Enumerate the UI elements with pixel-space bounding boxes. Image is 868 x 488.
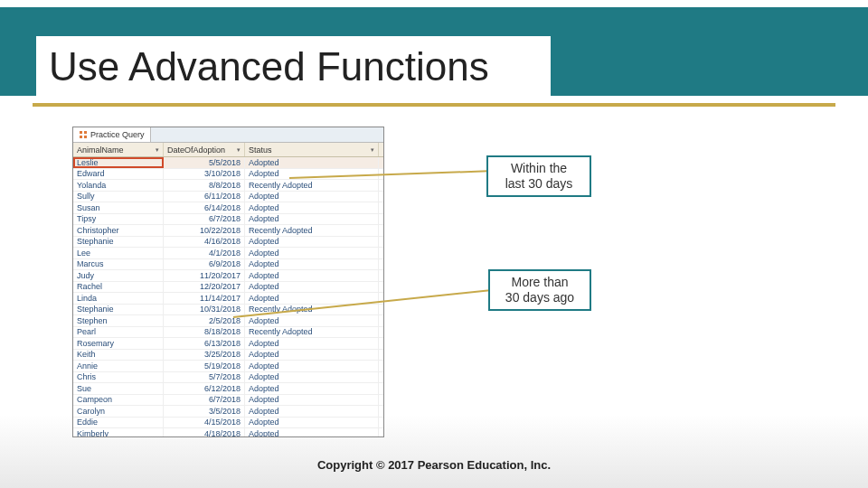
cell-name[interactable]: Tipsy: [73, 214, 164, 225]
cell-date[interactable]: 3/10/2018: [164, 169, 245, 180]
cell-name[interactable]: Stephen: [73, 315, 164, 326]
cell-name[interactable]: Linda: [73, 293, 164, 304]
cell-status[interactable]: Adopted: [245, 406, 379, 417]
table-row[interactable]: Lee4/1/2018Adopted: [73, 248, 383, 259]
table-row[interactable]: Yolanda8/8/2018Recently Adopted: [73, 180, 383, 192]
table-row[interactable]: Rachel12/20/2017Adopted: [73, 282, 383, 294]
cell-status[interactable]: Adopted: [245, 338, 379, 349]
table-row[interactable]: Eddie4/15/2018Adopted: [73, 418, 383, 429]
table-row[interactable]: Keith3/25/2018Adopted: [73, 350, 383, 361]
cell-date[interactable]: 5/7/2018: [164, 372, 245, 383]
cell-status[interactable]: Adopted: [245, 293, 379, 304]
cell-date[interactable]: 8/8/2018: [164, 180, 245, 191]
table-row[interactable]: Edward3/10/2018Adopted: [73, 169, 383, 181]
cell-status[interactable]: Adopted: [245, 372, 379, 383]
query-tab[interactable]: Practice Query: [73, 127, 151, 142]
table-row[interactable]: Sully6/11/2018Adopted: [73, 192, 383, 203]
cell-name[interactable]: Campeon: [73, 395, 164, 406]
cell-date[interactable]: 11/14/2017: [164, 293, 245, 304]
table-row[interactable]: Annie5/19/2018Adopted: [73, 361, 383, 372]
cell-status[interactable]: Recently Adopted: [245, 180, 379, 191]
cell-date[interactable]: 3/5/2018: [164, 406, 245, 417]
cell-status[interactable]: Adopted: [245, 418, 379, 428]
cell-status[interactable]: Adopted: [245, 214, 379, 225]
cell-name[interactable]: Carolyn: [73, 406, 164, 417]
cell-name[interactable]: Christopher: [73, 225, 164, 236]
cell-name[interactable]: Marcus: [73, 259, 164, 270]
cell-name[interactable]: Stephanie: [73, 237, 164, 248]
cell-date[interactable]: 6/13/2018: [164, 338, 245, 349]
cell-status[interactable]: Adopted: [245, 315, 379, 326]
cell-status[interactable]: Adopted: [245, 248, 379, 258]
cell-name[interactable]: Stephanie: [73, 305, 164, 315]
column-header-status[interactable]: Status ▾: [245, 143, 379, 156]
cell-status[interactable]: Adopted: [245, 350, 379, 361]
cell-name[interactable]: Rachel: [73, 282, 164, 293]
cell-status[interactable]: Adopted: [245, 395, 379, 406]
cell-date[interactable]: 11/20/2017: [164, 270, 245, 281]
cell-name[interactable]: Leslie: [73, 157, 164, 168]
cell-status[interactable]: Adopted: [245, 192, 379, 202]
table-row[interactable]: Stephanie4/16/2018Adopted: [73, 237, 383, 249]
table-row[interactable]: Pearl8/18/2018Recently Adopted: [73, 327, 383, 339]
table-row[interactable]: Linda11/14/2017Adopted: [73, 293, 383, 305]
table-row[interactable]: Sue6/12/2018Adopted: [73, 383, 383, 395]
cell-date[interactable]: 4/18/2018: [164, 428, 245, 437]
cell-status[interactable]: Adopted: [245, 361, 379, 371]
cell-date[interactable]: 6/14/2018: [164, 202, 245, 213]
cell-name[interactable]: Kimberly: [73, 428, 164, 437]
cell-date[interactable]: 6/11/2018: [164, 192, 245, 202]
table-row[interactable]: Susan6/14/2018Adopted: [73, 202, 383, 214]
cell-date[interactable]: 4/16/2018: [164, 237, 245, 248]
cell-status[interactable]: Recently Adopted: [245, 327, 379, 338]
table-row[interactable]: Tipsy6/7/2018Adopted: [73, 214, 383, 226]
cell-date[interactable]: 5/5/2018: [164, 157, 245, 168]
cell-status[interactable]: Adopted: [245, 383, 379, 394]
cell-status[interactable]: Recently Adopted: [245, 225, 379, 236]
table-row[interactable]: Carolyn3/5/2018Adopted: [73, 406, 383, 418]
cell-name[interactable]: Lee: [73, 248, 164, 258]
cell-name[interactable]: Keith: [73, 350, 164, 361]
cell-name[interactable]: Eddie: [73, 418, 164, 428]
cell-status[interactable]: Adopted: [245, 428, 379, 437]
cell-status[interactable]: Adopted: [245, 259, 379, 270]
cell-date[interactable]: 4/1/2018: [164, 248, 245, 258]
cell-date[interactable]: 4/15/2018: [164, 418, 245, 428]
table-row[interactable]: Campeon6/7/2018Adopted: [73, 395, 383, 407]
cell-date[interactable]: 6/7/2018: [164, 214, 245, 225]
table-row[interactable]: Chris5/7/2018Adopted: [73, 372, 383, 384]
cell-date[interactable]: 3/25/2018: [164, 350, 245, 361]
table-row[interactable]: Christopher10/22/2018Recently Adopted: [73, 225, 383, 237]
cell-date[interactable]: 10/22/2018: [164, 225, 245, 236]
table-row[interactable]: Kimberly4/18/2018Adopted: [73, 428, 383, 437]
cell-name[interactable]: Sully: [73, 192, 164, 202]
cell-status[interactable]: Adopted: [245, 157, 379, 168]
cell-name[interactable]: Edward: [73, 169, 164, 180]
table-row[interactable]: Rosemary6/13/2018Adopted: [73, 338, 383, 350]
table-row[interactable]: Judy11/20/2017Adopted: [73, 270, 383, 282]
cell-name[interactable]: Sue: [73, 383, 164, 394]
cell-name[interactable]: Annie: [73, 361, 164, 371]
cell-date[interactable]: 10/31/2018: [164, 305, 245, 315]
cell-date[interactable]: 6/7/2018: [164, 395, 245, 406]
cell-date[interactable]: 12/20/2017: [164, 282, 245, 293]
cell-date[interactable]: 5/19/2018: [164, 361, 245, 371]
table-row[interactable]: Marcus6/9/2018Adopted: [73, 259, 383, 271]
cell-status[interactable]: Adopted: [245, 202, 379, 213]
cell-date[interactable]: 6/9/2018: [164, 259, 245, 270]
cell-name[interactable]: Susan: [73, 202, 164, 213]
cell-status[interactable]: Adopted: [245, 237, 379, 248]
column-header-name[interactable]: AnimalName ▾: [73, 143, 164, 156]
column-header-date[interactable]: DateOfAdoption ▾: [164, 143, 245, 156]
cell-status[interactable]: Adopted: [245, 270, 379, 281]
table-row[interactable]: Stephen2/5/2018Adopted: [73, 315, 383, 327]
cell-name[interactable]: Pearl: [73, 327, 164, 338]
cell-name[interactable]: Chris: [73, 372, 164, 383]
table-row[interactable]: Leslie5/5/2018Adopted: [73, 157, 383, 169]
cell-date[interactable]: 6/12/2018: [164, 383, 245, 394]
cell-name[interactable]: Yolanda: [73, 180, 164, 191]
cell-name[interactable]: Judy: [73, 270, 164, 281]
cell-status[interactable]: Adopted: [245, 282, 379, 293]
cell-name[interactable]: Rosemary: [73, 338, 164, 349]
cell-date[interactable]: 8/18/2018: [164, 327, 245, 338]
